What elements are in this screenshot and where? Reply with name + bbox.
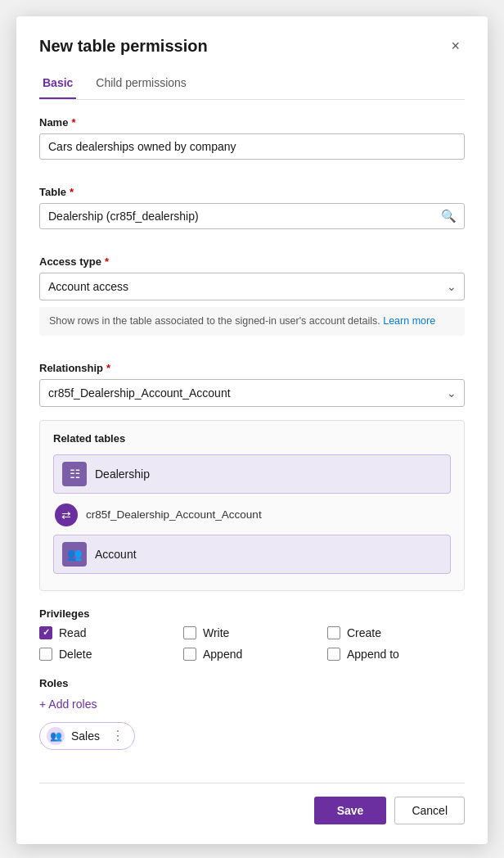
privilege-write-label: Write (203, 626, 229, 639)
table-search-wrapper: 🔍 (39, 203, 465, 229)
tab-basic[interactable]: Basic (39, 71, 76, 99)
access-type-select[interactable]: Account access (39, 273, 465, 300)
access-type-info-box: Show rows in the table associated to the… (39, 307, 465, 336)
privilege-create-label: Create (347, 626, 381, 639)
privilege-create: Create (327, 626, 465, 639)
related-table-link-label: cr85f_Dealership_Account_Account (86, 508, 262, 521)
role-tag-dots[interactable]: ⋮ (111, 728, 124, 743)
tabs-bar: Basic Child permissions (39, 71, 465, 100)
relationship-select[interactable]: cr85f_Dealership_Account_Account (39, 379, 465, 407)
related-tables-title: Related tables (53, 432, 451, 445)
role-person-icon: 👥 (47, 727, 65, 745)
checkbox-create[interactable] (327, 626, 340, 639)
new-table-permission-modal: New table permission × Basic Child permi… (16, 16, 488, 844)
related-table-account-label: Account (95, 548, 137, 561)
footer-divider (39, 783, 465, 783)
access-type-select-wrapper: Account access ⌄ (39, 273, 465, 300)
role-tag-label: Sales (71, 729, 100, 743)
role-tag-sales: 👥 Sales ⋮ (39, 722, 135, 750)
save-button[interactable]: Save (314, 797, 387, 824)
table-search-input[interactable] (39, 203, 465, 229)
person-icon: 👥 (62, 542, 87, 567)
checkbox-read[interactable] (39, 626, 52, 639)
privilege-delete-label: Delete (59, 648, 92, 661)
roles-label: Roles (39, 677, 465, 689)
related-table-dealership[interactable]: ☷ Dealership (53, 454, 451, 494)
related-tables-box: Related tables ☷ Dealership ⇄ cr85f_Deal… (39, 420, 465, 591)
privileges-grid: Read Write Create Delete Append Append t… (39, 626, 465, 661)
checkbox-delete[interactable] (39, 648, 52, 661)
access-type-label: Access type* (39, 255, 465, 268)
related-table-account[interactable]: 👥 Account (53, 535, 451, 574)
privilege-append-label: Append (203, 648, 242, 661)
roles-section: Roles + Add roles 👥 Sales ⋮ (39, 677, 465, 750)
privilege-append-to: Append to (327, 648, 465, 661)
relationship-field-section: Relationship* cr85f_Dealership_Account_A… (39, 362, 465, 407)
doc-icon: ☷ (62, 462, 87, 486)
privilege-write: Write (183, 626, 321, 639)
footer-actions: Save Cancel (39, 797, 465, 824)
cancel-button[interactable]: Cancel (394, 797, 465, 824)
relationship-label: Relationship* (39, 362, 465, 374)
link-icon: ⇄ (55, 504, 78, 526)
name-input[interactable] (39, 133, 465, 160)
relationship-select-wrapper: cr85f_Dealership_Account_Account ⌄ (39, 379, 465, 407)
access-type-field-section: Access type* Account access ⌄ Show rows … (39, 255, 465, 349)
name-label: Name* (39, 116, 465, 129)
privilege-append: Append (183, 648, 321, 661)
privilege-read-label: Read (59, 626, 86, 639)
tab-child-permissions[interactable]: Child permissions (92, 71, 189, 99)
privilege-read: Read (39, 626, 177, 639)
checkbox-append-to[interactable] (327, 648, 340, 661)
privilege-delete: Delete (39, 648, 177, 661)
name-field-section: Name* (39, 116, 465, 173)
checkbox-write[interactable] (183, 626, 196, 639)
modal-header: New table permission × (39, 36, 465, 56)
related-table-dealership-label: Dealership (95, 467, 150, 481)
privileges-section: Privileges Read Write Create Delete Appe… (39, 607, 465, 661)
table-field-section: Table* 🔍 (39, 186, 465, 242)
close-button[interactable]: × (446, 36, 465, 56)
add-roles-button[interactable]: + Add roles (39, 694, 97, 714)
privileges-label: Privileges (39, 607, 465, 620)
checkbox-append[interactable] (183, 648, 196, 661)
modal-title: New table permission (39, 37, 208, 56)
learn-more-link[interactable]: Learn more (383, 315, 435, 327)
table-label: Table* (39, 186, 465, 198)
privilege-append-to-label: Append to (347, 648, 399, 661)
related-table-link: ⇄ cr85f_Dealership_Account_Account (53, 499, 451, 531)
